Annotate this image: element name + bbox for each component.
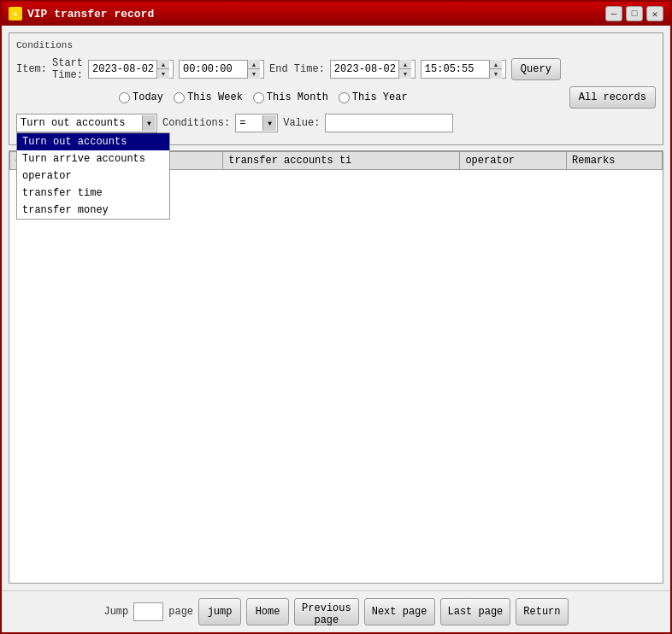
radio-this-month[interactable]: This Month [253, 91, 328, 103]
conditions-row1: Item: StartTime: ▲ ▼ ▲ ▼ End T [16, 57, 656, 81]
start-time-label: StartTime: [52, 57, 83, 81]
item-label: Item: [16, 63, 47, 75]
end-time-label: End Time: [269, 63, 325, 75]
col-transfer-accounts-time: transfer accounts ti [223, 152, 460, 170]
radio-this-year[interactable]: This Year [339, 91, 408, 103]
start-time-down[interactable]: ▼ [248, 69, 260, 79]
start-time-field[interactable]: ▲ ▼ [179, 60, 264, 79]
radio-this-week[interactable]: This Week [174, 91, 243, 103]
item-select[interactable]: Turn out accounts Turn arrive accounts o… [16, 114, 157, 132]
dropdown-item-2[interactable]: Turn arrive accounts [17, 150, 169, 167]
bottom-navigation: Jump page jump Home Previouspage Next pa… [2, 590, 670, 632]
minimize-button[interactable]: — [605, 6, 622, 21]
col-operator: operator [460, 152, 567, 170]
end-time-field[interactable]: ▲ ▼ [421, 60, 506, 79]
content-area: Conditions Item: StartTime: ▲ ▼ ▲ ▼ [2, 26, 670, 590]
item-select-wrapper: Turn out accounts Turn arrive accounts o… [16, 114, 157, 132]
start-date-down[interactable]: ▼ [157, 69, 169, 79]
end-date-input[interactable] [334, 63, 398, 75]
end-time-spinner[interactable]: ▲ ▼ [489, 60, 502, 79]
start-time-input[interactable] [183, 63, 247, 75]
window-icon: ★ [9, 7, 22, 21]
value-input[interactable] [325, 114, 453, 132]
start-time-up[interactable]: ▲ [248, 60, 260, 69]
end-date-up[interactable]: ▲ [399, 60, 411, 69]
end-date-spinner[interactable]: ▲ ▼ [398, 60, 411, 79]
all-records-button[interactable]: All records [569, 86, 656, 109]
return-button[interactable]: Return [516, 598, 568, 625]
end-date-field[interactable]: ▲ ▼ [330, 60, 416, 79]
window-title: VIP transfer record [27, 8, 154, 21]
end-time-input[interactable] [425, 63, 489, 75]
close-button[interactable]: ✕ [646, 6, 663, 21]
page-label: page [168, 606, 193, 618]
title-bar: ★ VIP transfer record — □ ✕ [2, 2, 670, 26]
query-button[interactable]: Query [511, 58, 561, 80]
title-bar-left: ★ VIP transfer record [9, 7, 154, 21]
value-label: Value: [283, 117, 320, 129]
main-window: ★ VIP transfer record — □ ✕ Conditions I… [0, 0, 672, 634]
start-date-input[interactable] [92, 63, 156, 75]
radio-today[interactable]: Today [119, 91, 163, 103]
item-dropdown-menu: Turn out accounts Turn arrive accounts o… [16, 132, 170, 220]
start-time-spinner[interactable]: ▲ ▼ [247, 60, 260, 79]
jump-button[interactable]: jump [198, 598, 241, 625]
previous-page-button[interactable]: Previouspage [294, 598, 359, 625]
last-page-button[interactable]: Last page [440, 598, 511, 625]
conditions-row3: Turn out accounts Turn arrive accounts o… [16, 114, 656, 132]
radio-group: Today This Week This Month This Year [119, 91, 408, 103]
jump-label: Jump [103, 606, 128, 618]
home-button[interactable]: Home [246, 598, 289, 625]
maximize-button[interactable]: □ [626, 6, 643, 21]
start-date-spinner[interactable]: ▲ ▼ [156, 60, 169, 79]
conditions-box: Conditions Item: StartTime: ▲ ▼ ▲ ▼ [9, 32, 663, 145]
title-buttons: — □ ✕ [605, 6, 663, 21]
dropdown-item-5[interactable]: transfer money [17, 202, 169, 219]
conditions-select[interactable]: = != > < [235, 114, 278, 132]
end-time-up[interactable]: ▲ [490, 60, 502, 69]
start-date-field[interactable]: ▲ ▼ [88, 60, 174, 79]
page-number-input[interactable] [133, 602, 163, 621]
end-time-down[interactable]: ▼ [490, 69, 502, 79]
conditions-select-wrapper: = != > < ▼ [235, 114, 278, 132]
dropdown-item-4[interactable]: transfer time [17, 185, 169, 202]
dropdown-item-1[interactable]: Turn out accounts [17, 133, 169, 150]
start-date-up[interactable]: ▲ [157, 60, 169, 69]
conditions-label: Conditions: [162, 117, 230, 129]
col-remarks: Remarks [567, 152, 663, 170]
conditions-row2: Today This Week This Month This Year All… [119, 86, 656, 109]
conditions-title: Conditions [16, 40, 656, 50]
next-page-button[interactable]: Next page [364, 598, 435, 625]
end-date-down[interactable]: ▼ [399, 69, 411, 79]
dropdown-item-3[interactable]: operator [17, 167, 169, 185]
